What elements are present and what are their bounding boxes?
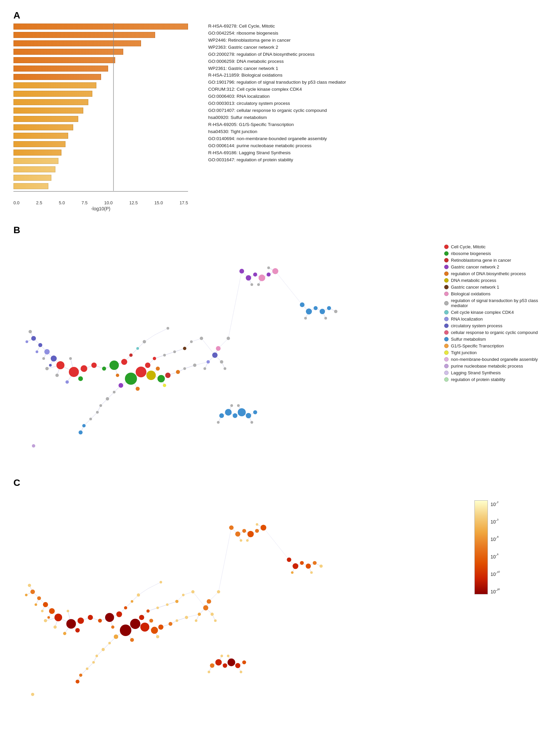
svg-line-250 — [148, 582, 161, 589]
bar — [13, 108, 83, 114]
svg-point-97 — [66, 380, 69, 384]
bar — [13, 133, 68, 139]
legend-color-row: RNA localization — [444, 317, 542, 322]
panel-b-svg — [13, 238, 383, 466]
nodes-b — [26, 267, 337, 447]
legend-dot — [444, 265, 449, 269]
svg-point-278 — [114, 634, 118, 639]
x-axis — [13, 191, 188, 199]
network-c-group — [25, 523, 323, 696]
bar-row — [13, 40, 188, 47]
svg-point-319 — [240, 539, 243, 542]
panel-c-network — [13, 490, 454, 727]
gradient-label: 10-² — [490, 500, 500, 507]
legend-color-row: regulation of DNA biosynthetic process — [444, 271, 542, 276]
svg-line-42 — [165, 352, 175, 355]
svg-point-98 — [69, 357, 72, 360]
svg-point-266 — [49, 608, 55, 614]
svg-point-153 — [272, 268, 278, 274]
svg-point-334 — [208, 671, 210, 673]
svg-point-281 — [120, 625, 131, 636]
svg-point-282 — [131, 600, 133, 603]
svg-line-253 — [193, 592, 206, 608]
svg-point-165 — [230, 404, 233, 407]
bar-row — [13, 82, 188, 89]
panel-c-gradient-legend: 10-²10-³10-⁴10-⁶10-¹⁰10-²⁰ — [474, 490, 542, 594]
legend-dot — [444, 351, 449, 355]
svg-point-297 — [175, 600, 179, 603]
svg-point-265 — [47, 616, 50, 619]
svg-point-143 — [224, 367, 226, 370]
legend-dot — [444, 272, 449, 276]
svg-point-288 — [146, 609, 150, 613]
legend-dot — [444, 278, 449, 283]
bar — [13, 91, 92, 97]
svg-point-285 — [137, 593, 140, 597]
svg-point-321 — [246, 539, 249, 542]
svg-line-77 — [144, 335, 155, 342]
edges-c — [26, 524, 321, 682]
svg-point-109 — [125, 373, 137, 385]
svg-point-164 — [225, 409, 232, 415]
svg-point-110 — [136, 347, 139, 350]
svg-point-294 — [158, 625, 163, 630]
svg-point-133 — [89, 417, 92, 420]
panel-b: B — [13, 225, 542, 467]
svg-point-274 — [88, 615, 93, 620]
legend-color-row: Gastric cancer network 1 — [444, 285, 542, 290]
legend-label: Sulfur metabolism — [451, 337, 486, 342]
gradient-label: 10-⁶ — [490, 553, 500, 559]
svg-point-145 — [240, 269, 244, 274]
pathway-label: R-HSA-69186: Lagging Strand Synthesis — [208, 150, 346, 157]
svg-point-311 — [198, 612, 201, 616]
svg-point-171 — [253, 410, 257, 414]
svg-point-283 — [130, 638, 134, 642]
svg-point-111 — [136, 387, 140, 391]
legend-label: regulation of protein stability — [451, 377, 505, 382]
svg-point-96 — [56, 361, 65, 369]
svg-point-296 — [169, 622, 172, 626]
pathway-label: hsa04530: Tight junction — [208, 128, 346, 135]
svg-point-134 — [82, 424, 86, 427]
svg-point-337 — [221, 654, 223, 657]
legend-color-row: cellular response to organic cyclic comp… — [444, 330, 542, 335]
svg-point-343 — [243, 661, 246, 664]
svg-point-322 — [248, 531, 254, 537]
svg-point-275 — [98, 619, 102, 622]
legend-label: G1/S-Specific Transcription — [451, 344, 504, 349]
svg-point-116 — [153, 357, 156, 360]
svg-point-268 — [54, 613, 62, 621]
svg-point-272 — [75, 628, 80, 632]
edges-b — [27, 268, 336, 432]
svg-point-279 — [116, 611, 122, 617]
bar-row — [13, 73, 188, 81]
svg-point-123 — [173, 351, 176, 353]
legend-color-row: Tight junction — [444, 350, 542, 355]
svg-point-146 — [246, 275, 251, 281]
svg-point-125 — [183, 347, 186, 350]
legend-color-row: Sulfur metabolism — [444, 337, 542, 342]
svg-point-317 — [229, 525, 233, 530]
legend-dot — [444, 344, 449, 348]
pathway-label: GO:2000278: regulation of DNA biosynthet… — [208, 51, 346, 58]
legend-dot — [444, 251, 449, 256]
svg-point-305 — [86, 668, 89, 670]
svg-point-287 — [140, 623, 150, 632]
svg-point-290 — [151, 627, 158, 634]
svg-point-121 — [167, 327, 169, 330]
legend-color-row: non-membrane-bounded organelle assembly — [444, 357, 542, 362]
gradient-labels: 10-²10-³10-⁴10-⁶10-¹⁰10-²⁰ — [488, 500, 500, 594]
svg-line-248 — [186, 614, 199, 618]
panel-a-content: 0.0 2.5 5.0 7.5 10.0 12.5 15.0 17.5 -log… — [13, 23, 542, 211]
legend-label: non-membrane-bounded organelle assembly — [451, 357, 538, 362]
svg-point-91 — [44, 349, 50, 355]
legend-label: Retinoblastoma gene in cancer — [451, 258, 511, 263]
legend-color-row: G1/S-Specific Transcription — [444, 344, 542, 349]
bars-container — [13, 23, 188, 190]
svg-point-89 — [38, 343, 42, 347]
svg-point-300 — [185, 616, 188, 619]
svg-point-269 — [63, 632, 67, 635]
svg-point-163 — [219, 413, 224, 418]
svg-point-257 — [28, 584, 31, 587]
svg-point-338 — [223, 663, 227, 668]
